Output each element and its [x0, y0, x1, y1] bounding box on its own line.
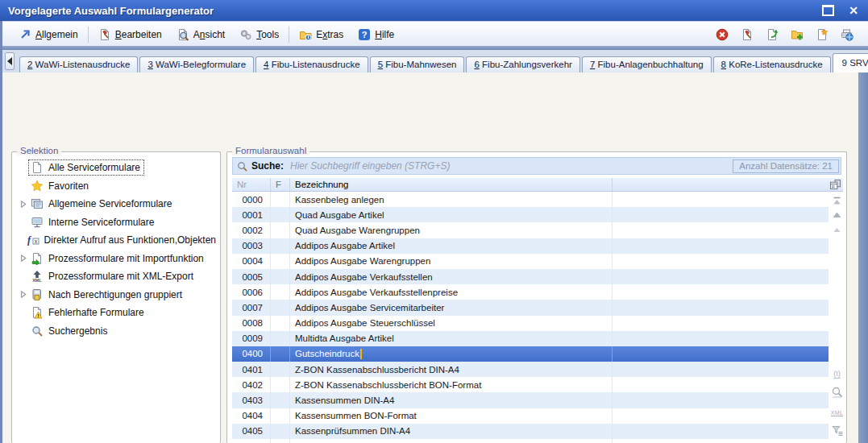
row-nr-cell: 0005 [232, 269, 271, 284]
menu-item-tools[interactable]: Tools [232, 25, 286, 44]
table-row[interactable]: 0402Z-BON Kassenabschlussbericht BON-For… [232, 377, 829, 392]
row-name-cell: Z-BON Kassenabschlussbericht DIN-A4 [290, 362, 613, 377]
filter-button[interactable] [829, 424, 845, 438]
menu-item-label: Tools [256, 29, 279, 40]
table-row[interactable]: 0005Addipos Ausgabe Verkaufsstellen [232, 269, 829, 284]
table-row[interactable]: 0008Addipos Ausgabe Steuerschlüssel [232, 316, 829, 331]
table-row[interactable]: 0000Kassenbeleg anlegen [232, 192, 829, 207]
table-row[interactable]: 0007Addipos Ausgabe Servicemitarbeiter [232, 300, 829, 315]
table-row[interactable]: 0405Kassenprüfsummen DIN-A4 [232, 424, 829, 439]
tab-4[interactable]: 4 Fibu-Listenausdrucke [255, 56, 368, 72]
tree-item[interactable]: Alle Serviceformulare [12, 159, 220, 177]
doc-magnifier-icon [177, 28, 189, 41]
row-name-text: Addipos Ausgabe Steuerschlüssel [295, 318, 435, 328]
toolbar-form-edit-button[interactable] [739, 27, 755, 43]
tree-item[interactable]: Suchergebnis [12, 322, 220, 341]
step-up-icon [831, 225, 844, 238]
tree-item[interactable]: Interne Serviceformulare [12, 213, 220, 232]
tree-item[interactable]: Prozessformulare mit Importfunktion [12, 250, 220, 268]
tree-item-label: Allgemeine Serviceformulare [48, 198, 172, 209]
close-button[interactable]: ✕ [845, 2, 862, 19]
tree-item[interactable]: fxDirekter Aufruf aus Funktionen,Objekte… [12, 231, 220, 250]
tab-5[interactable]: 5 Fibu-Mahnwesen [370, 56, 465, 72]
table-row[interactable]: 0406Kassensummen Belege [232, 439, 829, 443]
tree-item[interactable]: Favoriten [12, 177, 220, 196]
column-chooser-button[interactable] [827, 178, 843, 191]
tab-2[interactable]: 2 WaWi-Listenausdrucke [19, 56, 138, 72]
tab-7[interactable]: 7 Fibu-Anlagenbuchhaltung [582, 56, 712, 72]
tree-item[interactable]: Fehlerhafte Formulare [12, 304, 220, 322]
tree-item-content: fxDirekter Aufruf aus Funktionen,Objekte… [24, 232, 220, 248]
table-row[interactable]: 0004Addipos Ausgabe Warengruppen [232, 254, 829, 269]
svg-text:XML: XML [32, 278, 42, 283]
xml-button[interactable]: XML [829, 406, 845, 420]
tree-item-content: Interne Serviceformulare [28, 214, 158, 230]
tree-item-label: Nach Berechtigungen gruppiert [48, 289, 182, 300]
row-nr-cell: 0401 [232, 362, 271, 377]
menu-item-extras[interactable]: Extras [292, 25, 351, 44]
tree-item-label: Suchergebnis [48, 325, 107, 337]
record-count-label: Anzahl Datensätze: 21 [733, 159, 839, 173]
row-f-cell [271, 254, 290, 269]
tree-item-content: XMLProzessformulare mit XML-Export [28, 268, 197, 284]
tree-item[interactable]: XMLProzessformulare mit XML-Export [12, 267, 220, 286]
table-row[interactable]: 0002Quad Ausgabe Warengruppen [232, 222, 829, 238]
tab-9[interactable]: 9 SRV-Serviceformulare [833, 53, 868, 72]
menu-item-allgemein[interactable]: Allgemein [11, 25, 85, 44]
table-row[interactable]: 0401Z-BON Kassenabschlussbericht DIN-A4 [232, 362, 829, 377]
move-up-icon [831, 210, 844, 223]
column-header-bezeichnung[interactable]: Bezeichnung [290, 178, 613, 191]
row-f-cell [271, 207, 290, 222]
toolbar-cancel-button[interactable] [714, 27, 730, 43]
tree-item[interactable]: Nach Berechtigungen gruppiert [12, 286, 220, 304]
row-empty-cell [613, 300, 829, 315]
move-up-button[interactable] [829, 209, 845, 224]
step-up-button[interactable] [829, 224, 845, 238]
tab-6[interactable]: 6 Fibu-Zahlungsverkehr [466, 56, 579, 72]
band-button[interactable]: (I) [829, 367, 845, 382]
band-columns-icon: (I) [833, 371, 841, 379]
tab-scroll-left-button[interactable] [5, 52, 15, 70]
zoom-button[interactable] [829, 385, 845, 400]
menu-item-hilfe[interactable]: ?Hilfe [351, 25, 401, 44]
table-row[interactable]: 0403Kassensummen DIN-A4 [232, 392, 829, 408]
tree-item-label: Alle Serviceformulare [48, 162, 140, 173]
table-row[interactable]: 0006Addipos Ausgabe Verkaufsstellenpreis… [232, 284, 829, 300]
tab-3[interactable]: 3 WaWi-Belegformulare [139, 56, 254, 72]
search-icon [236, 160, 248, 172]
expand-arrow-icon [19, 254, 28, 263]
table-row[interactable]: 0404Kassensummen BON-Format [232, 408, 829, 424]
table-row[interactable]: 0009Multidta Ausgabe Artikel [232, 331, 829, 346]
toolbar-form-new-button[interactable] [814, 27, 830, 43]
menu-item-bearbeiten[interactable]: Bearbeiten [91, 25, 169, 44]
table-row[interactable]: 0001Quad Ausgabe Artikel [232, 207, 829, 222]
toolbar-folder-add-button[interactable] [789, 27, 805, 43]
menu-item-ansicht[interactable]: Ansicht [169, 25, 232, 44]
expand-arrow-icon [19, 290, 28, 299]
form-edit-icon [741, 28, 754, 41]
search-input[interactable] [289, 158, 728, 174]
scroll-top-button[interactable] [829, 195, 845, 209]
toolbar-form-copy-button[interactable] [764, 27, 780, 43]
table-row[interactable]: 0003Addipos Ausgabe Artikel [232, 238, 829, 254]
tree-item-label: Interne Serviceformulare [48, 217, 154, 228]
doc-hammer-icon [98, 28, 111, 41]
chevron-left-icon [6, 56, 14, 66]
form-table: 0000Kassenbeleg anlegen0001Quad Ausgabe … [232, 192, 829, 443]
column-header-nr[interactable]: Nr [232, 178, 271, 191]
tab-8[interactable]: 8 KoRe-Listenausdrucke [713, 56, 831, 72]
table-row[interactable]: 0400Gutscheindruck [232, 346, 829, 362]
restore-button[interactable] [820, 2, 836, 19]
row-name-cell: Addipos Ausgabe Steuerschlüssel [290, 316, 613, 331]
column-header-f[interactable]: F [271, 178, 290, 191]
row-nr-cell: 0000 [232, 192, 271, 207]
app-window: Vorgelagerte Auswahl Formulargenerator ✕… [0, 0, 868, 443]
row-name-cell: Gutscheindruck [290, 346, 613, 362]
row-empty-cell [613, 254, 829, 269]
row-name-text: Gutscheindruck [295, 349, 359, 358]
tree-item[interactable]: Allgemeine Serviceformulare [12, 195, 220, 213]
tree-item-content: Favoriten [28, 178, 93, 194]
window-border-right [858, 72, 868, 443]
toolbar-print-globe-button[interactable] [839, 27, 855, 43]
row-name-text: Addipos Ausgabe Artikel [295, 241, 395, 250]
